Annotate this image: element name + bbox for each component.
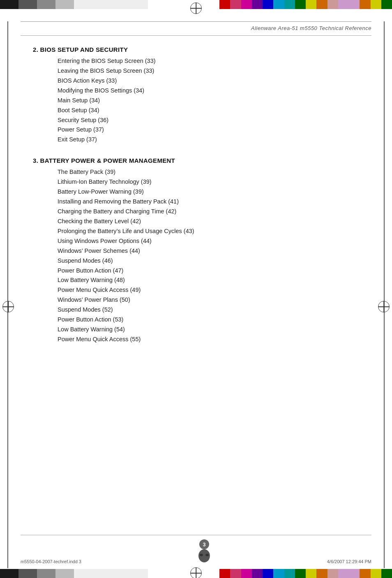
color-block xyxy=(273,569,284,578)
color-block xyxy=(65,0,74,9)
section-3-heading: 3. BATTERY POWER & POWER MANAGEMENT xyxy=(33,157,359,164)
color-block xyxy=(28,0,37,9)
color-block xyxy=(55,569,65,578)
color-block xyxy=(129,0,139,9)
color-block xyxy=(219,569,230,578)
list-item: Power Button Action (47) xyxy=(58,266,359,276)
right-color-bar xyxy=(219,0,392,9)
registration-mark xyxy=(190,2,202,14)
svg-point-4 xyxy=(205,554,209,556)
section-2: 2. BIOS SETUP AND SECURITY Entering the … xyxy=(33,46,359,145)
list-item: Power Button Action (53) xyxy=(58,315,359,325)
color-block xyxy=(9,569,19,578)
list-item: Low Battery Warning (48) xyxy=(58,275,359,285)
list-item: Installing and Removing the Battery Pack… xyxy=(58,197,359,207)
color-block xyxy=(37,569,46,578)
color-block xyxy=(263,0,273,9)
color-block xyxy=(263,569,273,578)
section-2-items: Entering the BIOS Setup Screen (33) Leav… xyxy=(58,56,359,145)
list-item: Entering the BIOS Setup Screen (33) xyxy=(58,56,359,66)
color-block xyxy=(381,0,392,9)
list-item: Leaving the BIOS Setup Screen (33) xyxy=(58,66,359,76)
list-item: The Battery Pack (39) xyxy=(58,167,359,177)
list-item: Modifying the BIOS Settings (34) xyxy=(58,86,359,96)
left-registration-mark xyxy=(2,301,14,312)
color-block xyxy=(338,569,349,578)
main-content: 2. BIOS SETUP AND SECURITY Entering the … xyxy=(8,46,384,344)
footer-divider xyxy=(21,535,371,535)
color-block xyxy=(37,0,46,9)
color-block xyxy=(46,0,56,9)
color-block xyxy=(92,0,102,9)
section-3: 3. BATTERY POWER & POWER MANAGEMENT The … xyxy=(33,157,359,344)
color-block xyxy=(284,0,295,9)
header-title: Alienware Area-51 m5550 Technical Refere… xyxy=(8,22,384,35)
color-block xyxy=(327,0,338,9)
color-block xyxy=(9,0,19,9)
list-item: Power Menu Quick Access (55) xyxy=(58,335,359,344)
list-item: Checking the Battery Level (42) xyxy=(58,217,359,227)
right-crosshair xyxy=(378,301,390,312)
color-block xyxy=(371,569,381,578)
color-block xyxy=(327,569,338,578)
left-crosshair xyxy=(2,301,14,312)
footer: m5550-04-2007-techref.indd 3 3 4/6/2007 … xyxy=(8,535,384,564)
color-block xyxy=(349,569,360,578)
color-block xyxy=(129,569,139,578)
color-block xyxy=(74,0,83,9)
color-block xyxy=(381,569,392,578)
footer-inner: m5550-04-2007-techref.indd 3 3 4/6/2007 … xyxy=(8,539,384,564)
color-block xyxy=(306,0,316,9)
list-item: Suspend Modes (52) xyxy=(58,305,359,315)
color-block xyxy=(219,0,230,9)
list-item: Prolonging the Battery’s Life and Usage … xyxy=(58,227,359,236)
list-item: Main Setup (34) xyxy=(58,96,359,106)
bottom-crosshair xyxy=(190,567,202,578)
list-item: Low Battery Warning (54) xyxy=(58,325,359,335)
color-block xyxy=(360,569,370,578)
section-2-heading: 2. BIOS SETUP AND SECURITY xyxy=(33,46,359,53)
section-number: 3 xyxy=(33,157,37,164)
list-item: Windows’ Power Schemes (44) xyxy=(58,246,359,256)
color-block xyxy=(46,569,56,578)
right-registration-mark xyxy=(378,301,390,312)
color-block xyxy=(360,0,370,9)
header-divider xyxy=(21,35,371,36)
section-number: 2 xyxy=(33,46,37,53)
color-block xyxy=(252,569,263,578)
list-item: Power Menu Quick Access (49) xyxy=(58,285,359,295)
color-block xyxy=(349,0,360,9)
color-block xyxy=(102,569,111,578)
color-block xyxy=(306,569,316,578)
list-item: Battery Low-Power Warning (39) xyxy=(58,187,359,197)
color-block xyxy=(18,569,28,578)
color-block xyxy=(65,569,74,578)
footer-right-text: 4/6/2007 12:29:44 PM xyxy=(327,559,371,564)
list-item: Power Setup (37) xyxy=(58,125,359,135)
color-block xyxy=(241,569,252,578)
section-title: BATTERY POWER & POWER MANAGEMENT xyxy=(40,157,175,164)
registration-mark xyxy=(190,567,202,578)
color-block xyxy=(102,0,111,9)
list-item: Charging the Battery and Charging Time (… xyxy=(58,207,359,217)
color-block xyxy=(139,0,148,9)
left-color-bar xyxy=(0,0,148,9)
color-block xyxy=(316,0,327,9)
top-crosshair xyxy=(190,2,202,14)
color-block xyxy=(295,0,306,9)
svg-point-3 xyxy=(200,554,203,556)
color-block xyxy=(74,569,83,578)
svg-text:3: 3 xyxy=(203,542,206,548)
color-block xyxy=(230,569,241,578)
color-block xyxy=(28,569,37,578)
color-block xyxy=(241,0,252,9)
alienhead-icon: 3 xyxy=(194,539,214,564)
color-block xyxy=(316,569,327,578)
color-block xyxy=(338,0,349,9)
color-block xyxy=(0,0,9,9)
list-item: Security Setup (36) xyxy=(58,116,359,125)
footer-left-text: m5550-04-2007-techref.indd 3 xyxy=(21,559,81,564)
color-block xyxy=(92,569,102,578)
list-item: BIOS Action Keys (33) xyxy=(58,76,359,86)
color-block xyxy=(371,0,381,9)
